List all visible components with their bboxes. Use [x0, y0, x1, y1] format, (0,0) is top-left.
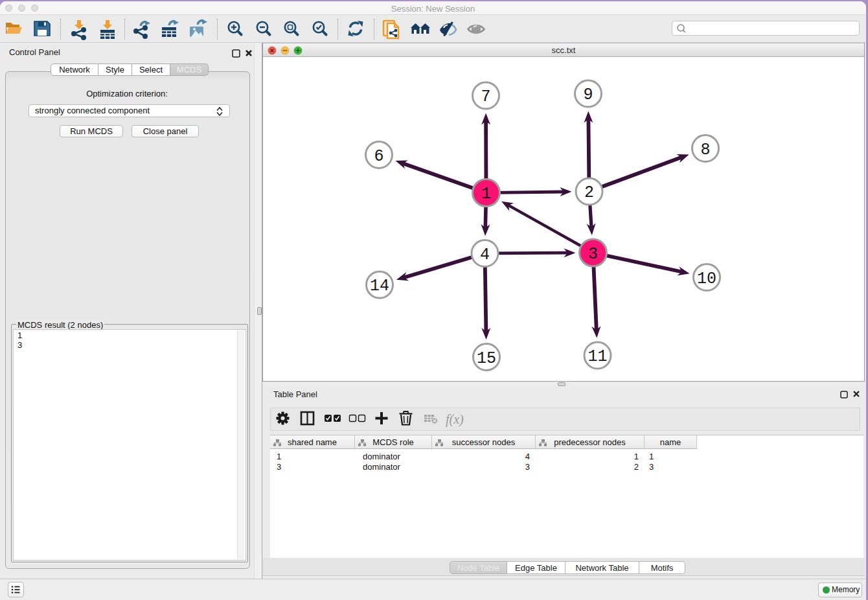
svg-text:8: 8	[700, 141, 710, 159]
svg-text:2: 2	[584, 183, 594, 202]
svg-text:7: 7	[481, 87, 490, 106]
svg-text:10: 10	[697, 270, 716, 288]
svg-text:3: 3	[588, 245, 598, 264]
svg-text:1: 1	[481, 185, 491, 203]
svg-text:11: 11	[588, 347, 607, 366]
svg-text:15: 15	[477, 349, 496, 368]
svg-text:6: 6	[374, 147, 383, 166]
svg-text:9: 9	[583, 86, 593, 104]
svg-text:14: 14	[370, 277, 389, 295]
svg-text:4: 4	[480, 246, 490, 264]
